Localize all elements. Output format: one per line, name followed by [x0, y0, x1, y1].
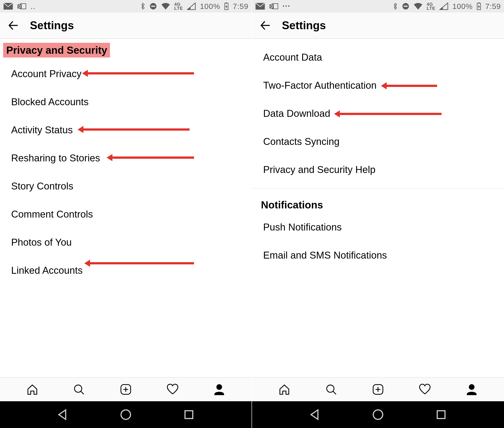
nav-new-post-icon[interactable] [371, 382, 385, 396]
item-email-sms-notifications[interactable]: Email and SMS Notifications [252, 241, 504, 269]
annotation-arrow [111, 156, 194, 159]
app-header: Settings [0, 12, 252, 39]
annotation-arrow [386, 85, 437, 87]
nav-new-post-icon[interactable] [119, 382, 133, 396]
item-push-notifications[interactable]: Push Notifications [252, 213, 504, 241]
item-label: Comment Controls [11, 209, 93, 220]
outlook-icon [269, 2, 278, 10]
svg-point-10 [121, 410, 131, 420]
network-type-icon: 4GLTE [427, 2, 435, 10]
back-button[interactable] [7, 18, 21, 33]
item-label: Account Privacy [11, 68, 81, 79]
annotation-arrow [339, 113, 442, 115]
item-account-privacy[interactable]: Account Privacy [0, 60, 252, 88]
annotation-arrow [87, 72, 194, 74]
android-back-button[interactable] [55, 407, 70, 422]
settings-list[interactable]: Privacy and Security Account Privacy Blo… [0, 39, 252, 377]
outlook-icon [17, 2, 26, 10]
settings-list[interactable]: Account Data Two-Factor Authentication D… [252, 39, 504, 377]
item-linked-accounts[interactable]: Linked Accounts [0, 256, 252, 284]
svg-point-7 [75, 385, 82, 392]
item-label: Two-Factor Authentication [263, 80, 377, 91]
svg-point-21 [469, 385, 474, 389]
clock: 7:59 [485, 2, 501, 11]
item-account-data[interactable]: Account Data [252, 39, 504, 71]
more-notifications-icon: ··· [282, 1, 290, 11]
nav-activity-icon[interactable] [418, 382, 432, 396]
mail-icon [255, 2, 265, 10]
nav-search-icon[interactable] [324, 382, 338, 396]
app-bottom-nav [252, 377, 504, 401]
section-header-notifications: Notifications [252, 198, 326, 212]
item-two-factor-auth[interactable]: Two-Factor Authentication [252, 71, 504, 99]
item-label: Story Controls [11, 181, 73, 191]
item-label: Email and SMS Notifications [263, 250, 387, 261]
bluetooth-icon [393, 2, 398, 10]
svg-rect-6 [226, 2, 227, 3]
nav-profile-icon[interactable] [212, 382, 226, 396]
android-home-button[interactable] [118, 407, 134, 422]
battery-percent: 100% [452, 2, 472, 11]
do-not-disturb-icon [402, 2, 410, 10]
item-label: Push Notifications [263, 222, 342, 232]
bluetooth-icon [141, 2, 145, 10]
svg-rect-23 [437, 411, 445, 419]
item-label: Account Data [263, 52, 322, 63]
clock: 7:59 [233, 2, 248, 11]
status-bar-right-icons: 4GLTE 100% 7:59 [393, 2, 501, 11]
battery-charging-icon [224, 2, 229, 10]
nav-search-icon[interactable] [72, 382, 86, 396]
item-blocked-accounts[interactable]: Blocked Accounts [0, 88, 252, 116]
network-type-icon: 4GLTE [174, 2, 183, 10]
svg-point-19 [327, 385, 334, 392]
cell-signal-icon [439, 2, 448, 10]
status-bar-left-icons: ··· [255, 1, 290, 11]
item-label: Data Download [263, 108, 330, 119]
item-photos-of-you[interactable]: Photos of You [0, 228, 252, 256]
more-notifications-icon: ‥ [30, 2, 36, 11]
android-home-button[interactable] [370, 407, 386, 422]
svg-rect-11 [185, 411, 193, 419]
nav-home-icon[interactable] [25, 382, 40, 396]
android-overview-button[interactable] [181, 407, 197, 422]
svg-point-22 [373, 410, 383, 420]
phone-right: ··· 4GLTE 100% 7:59 Sett [252, 0, 504, 428]
item-data-download[interactable]: Data Download [252, 99, 504, 128]
item-privacy-help[interactable]: Privacy and Security Help [252, 156, 504, 184]
annotation-arrow [83, 128, 190, 131]
nav-activity-icon[interactable] [166, 382, 180, 396]
item-contacts-syncing[interactable]: Contacts Syncing [252, 128, 504, 156]
item-comment-controls[interactable]: Comment Controls [0, 200, 252, 228]
app-header: Settings [252, 12, 504, 39]
android-status-bar: ··· 4GLTE 100% 7:59 [252, 0, 504, 12]
item-label: Contacts Syncing [263, 136, 339, 147]
wifi-icon [413, 2, 423, 10]
android-overview-button[interactable] [433, 407, 449, 422]
app-bottom-nav [0, 377, 252, 401]
nav-profile-icon[interactable] [464, 382, 479, 396]
android-nav-bar [0, 401, 252, 428]
item-resharing-stories[interactable]: Resharing to Stories [0, 144, 252, 172]
item-label: Privacy and Security Help [263, 164, 376, 175]
svg-rect-4 [151, 6, 155, 7]
status-bar-left-icons: ‥ [3, 2, 36, 11]
section-header-privacy: Privacy and Security [3, 43, 110, 58]
battery-percent: 100% [200, 2, 220, 11]
item-label: Activity Status [11, 124, 73, 135]
nav-home-icon[interactable] [277, 382, 292, 396]
svg-point-9 [217, 385, 222, 389]
android-back-button[interactable] [307, 407, 323, 422]
page-title: Settings [30, 19, 74, 32]
back-button[interactable] [259, 18, 273, 33]
item-story-controls[interactable]: Story Controls [0, 172, 252, 200]
wifi-icon [161, 2, 170, 10]
phone-left: ‥ 4GLTE 100% 7:59 Set [0, 0, 252, 428]
battery-charging-icon [477, 2, 481, 10]
item-label: Linked Accounts [11, 265, 83, 276]
mail-icon [3, 2, 13, 10]
svg-rect-18 [478, 2, 480, 3]
item-activity-status[interactable]: Activity Status [0, 116, 252, 144]
item-label: Blocked Accounts [11, 96, 89, 107]
status-bar-right-icons: 4GLTE 100% 7:59 [141, 2, 248, 11]
page-title: Settings [282, 19, 326, 32]
